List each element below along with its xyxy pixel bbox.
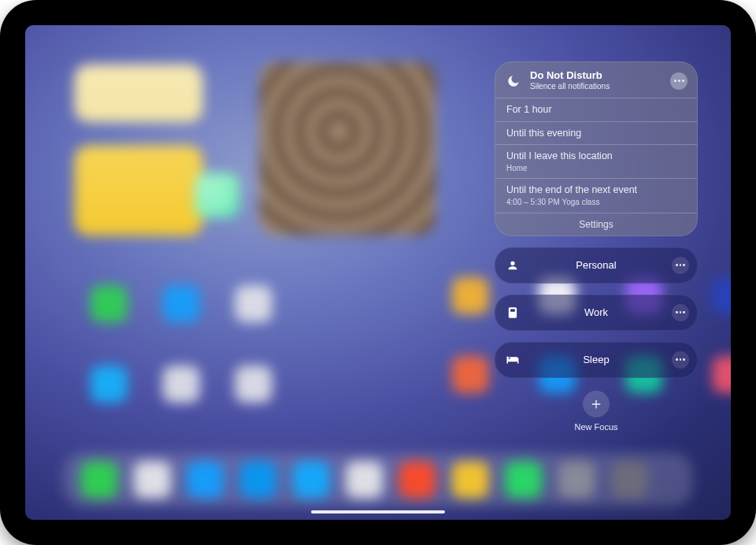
focus-mode-more-button[interactable] [672, 257, 689, 274]
dock-app-icon [505, 462, 542, 499]
widget-notes [74, 65, 202, 122]
dnd-option-until-end-of-event[interactable]: Until the end of the next event 4:00 – 5… [495, 178, 697, 212]
focus-mode-personal[interactable]: Personal [495, 247, 698, 284]
dock-app-icon [399, 462, 436, 499]
home-app-icon [163, 365, 200, 402]
app-row-1 [91, 285, 272, 322]
bed-icon [505, 354, 521, 365]
dnd-settings-button[interactable]: Settings [495, 213, 697, 235]
home-app-icon [712, 277, 731, 314]
dnd-option-until-leave-location[interactable]: Until I leave this location Home [495, 144, 697, 178]
focus-mode-more-button[interactable] [672, 351, 689, 369]
focus-mode-sleep[interactable]: Sleep [495, 342, 698, 378]
dnd-option-for-1-hour[interactable]: For 1 hour [495, 98, 697, 121]
new-focus-label: New Focus [495, 422, 698, 432]
dnd-settings-label: Settings [579, 219, 613, 230]
dock-app-icon [187, 462, 224, 499]
dnd-option-label: Until this evening [506, 128, 581, 139]
home-app-icon [235, 285, 272, 322]
home-app-icon [712, 356, 731, 393]
home-app-icon [452, 277, 489, 314]
focus-mode-label: Personal [521, 259, 672, 271]
home-app-icon [235, 365, 272, 402]
dock-app-icon [81, 462, 118, 499]
dock-app-icon [346, 462, 383, 499]
focus-mode-work[interactable]: Work [495, 295, 698, 331]
screen: Do Not Disturb Silence all notifications… [25, 25, 731, 520]
home-app-icon [91, 365, 128, 402]
svg-rect-0 [509, 307, 517, 318]
svg-rect-1 [510, 309, 515, 311]
widget-photos [259, 62, 435, 235]
dock-row [81, 462, 648, 499]
dnd-more-button[interactable] [670, 72, 687, 90]
dnd-option-label: For 1 hour [506, 104, 552, 115]
screen-bezel: Do Not Disturb Silence all notifications… [25, 25, 731, 520]
home-app-icon [163, 285, 200, 322]
widget-yellow [74, 146, 202, 235]
dnd-option-label: Until the end of the next event [506, 184, 637, 195]
dnd-title-block: Do Not Disturb Silence all notifications [530, 70, 610, 91]
app-row-2 [91, 365, 272, 402]
moon-icon [505, 72, 522, 90]
dnd-subtitle: Silence all notifications [530, 82, 610, 91]
dock-app-icon [611, 462, 648, 499]
dnd-option-label: Until I leave this location [506, 150, 613, 161]
dnd-option-sublabel: 4:00 – 5:30 PM Yoga class [506, 198, 686, 208]
dock-app-icon [240, 462, 277, 499]
widget-small-app [195, 173, 239, 218]
dnd-header[interactable]: Do Not Disturb Silence all notifications [495, 62, 697, 98]
dnd-option-until-evening[interactable]: Until this evening [495, 121, 697, 145]
person-icon [505, 259, 521, 272]
plus-icon[interactable]: ＋ [583, 391, 610, 417]
ipad-frame: Do Not Disturb Silence all notifications… [0, 0, 756, 545]
dock [63, 452, 693, 506]
home-indicator[interactable] [311, 510, 445, 513]
dock-app-icon [134, 462, 171, 499]
dnd-option-sublabel: Home [506, 164, 686, 174]
focus-mode-more-button[interactable] [672, 304, 689, 321]
focus-panel: Do Not Disturb Silence all notifications… [495, 61, 698, 432]
focus-mode-label: Sleep [521, 354, 672, 365]
focus-mode-label: Work [521, 306, 672, 318]
home-app-icon [452, 356, 489, 393]
do-not-disturb-card[interactable]: Do Not Disturb Silence all notifications… [495, 61, 698, 236]
dock-app-icon [558, 462, 595, 499]
badge-icon [505, 306, 521, 319]
new-focus[interactable]: ＋ New Focus [495, 391, 698, 432]
dock-app-icon [293, 462, 330, 499]
dock-app-icon [452, 462, 489, 499]
dnd-title: Do Not Disturb [530, 70, 610, 80]
home-app-icon [91, 285, 128, 322]
